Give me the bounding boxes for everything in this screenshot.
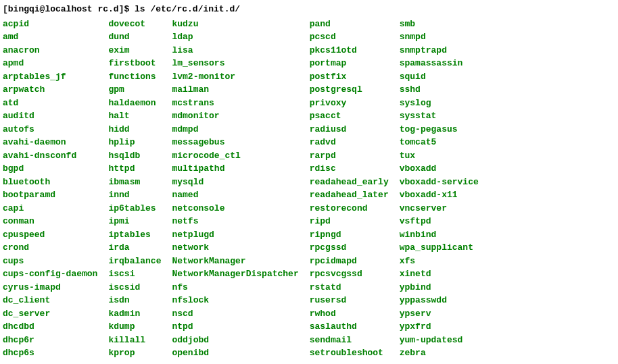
ls-entry: NetworkManager [172,255,298,268]
ls-entry: cpuspeed [3,228,97,242]
ls-entry: rdisc [310,162,389,176]
ls-entry: rpcgssd [310,241,389,255]
ls-entry: readahead_later [310,188,389,202]
ls-entry: rpcidmapd [310,255,389,268]
ls-entry: dc_server [3,307,97,321]
ls-entry: innd [108,188,161,202]
ls-entry: openibd [172,346,298,360]
ls-entry: functions [108,70,161,84]
ls-entry: dhcp6s [3,346,97,360]
ls-entry: haldaemon [108,97,161,110]
ls-column-4: pandpcscdpkcs11otdportmappostfixpostgres… [310,18,389,360]
ls-entry: auditd [3,109,97,123]
ls-entry: rusersd [310,294,389,307]
ls-entry: crond [3,241,97,255]
ls-entry: avahi-dnsconfd [3,149,97,163]
ls-entry: saslauthd [310,320,389,334]
ls-entry: vboxadd-x11 [400,188,479,202]
ls-entry: radvd [310,136,389,149]
ls-output: acpidamdanacronapmdarptables_jfarpwatcha… [3,18,615,360]
ls-entry: lm_sensors [172,57,298,70]
ls-entry: snmptrapd [400,44,479,57]
ls-entry: named [172,188,298,202]
ls-entry: squid [400,70,479,84]
ls-entry: nfslock [172,294,298,307]
ls-entry: capi [3,202,97,215]
ls-entry: readahead_early [310,176,389,189]
ls-entry: ypserv [400,307,479,321]
ls-entry: xinetd [400,267,479,281]
ls-entry: nfs [172,281,298,294]
ls-entry: mdmpd [172,123,298,136]
ls-entry: portmap [310,57,389,70]
ls-entry: kadmin [108,307,161,321]
ls-entry: iscsid [108,281,161,294]
ls-entry: smb [400,18,479,31]
ls-entry: anacron [3,44,97,57]
ls-entry: nscd [172,307,298,321]
ls-entry: wpa_supplicant [400,241,479,255]
ls-entry: rstatd [310,281,389,294]
ls-entry: hsqldb [108,149,161,163]
ls-entry: dhcp6r [3,334,97,347]
ls-entry: yum-updatesd [400,334,479,347]
ls-entry: conman [3,215,97,228]
ls-entry: netfs [172,215,298,228]
ls-entry: winbind [400,228,479,242]
ls-entry: network [172,241,298,255]
ls-entry: cups-config-daemon [3,267,97,281]
ls-entry: dc_client [3,294,97,307]
ls-entry: tog-pegasus [400,123,479,136]
ls-entry: isdn [108,294,161,307]
ls-entry: snmpd [400,30,479,44]
ls-entry: messagebus [172,136,298,149]
ls-entry: postfix [310,70,389,84]
ls-entry: mailman [172,83,298,97]
ls-entry: mdmonitor [172,109,298,123]
ls-column-2: dovecotdundeximfirstbootfunctionsgpmhald… [108,18,161,360]
ls-entry: avahi-daemon [3,136,97,149]
ls-column-3: kudzuldaplisalm_sensorslvm2-monitormailm… [172,18,298,360]
shell-command: ls /etc/rc.d/init.d/ [135,4,240,14]
ls-entry: xfs [400,255,479,268]
ls-entry: hplip [108,136,161,149]
ls-entry: hidd [108,123,161,136]
ls-entry: pcscd [310,30,389,44]
ls-entry: rarpd [310,149,389,163]
ls-entry: iptables [108,228,161,242]
ls-entry: radiusd [310,123,389,136]
ls-entry: spamassassin [400,57,479,70]
ls-entry: dund [108,30,161,44]
ls-entry: pkcs11otd [310,44,389,57]
ls-entry: yppasswdd [400,294,479,307]
ls-entry: setroubleshoot [310,346,389,360]
ls-entry: ipmi [108,215,161,228]
ls-entry: firstboot [108,57,161,70]
ls-entry: ripngd [310,228,389,242]
ls-entry: vboxadd [400,162,479,176]
shell-prompt: [bingqi@localhost rc.d]$ [3,4,135,14]
ls-entry: kprop [108,346,161,360]
ls-entry: iscsi [108,267,161,281]
ls-entry: irda [108,241,161,255]
ls-entry: netconsole [172,202,298,215]
prompt-line: [bingqi@localhost rc.d]$ ls /etc/rc.d/in… [3,3,615,16]
ls-entry: gpm [108,83,161,97]
ls-entry: arpwatch [3,83,97,97]
ls-entry: NetworkManagerDispatcher [172,267,298,281]
ls-entry: amd [3,30,97,44]
ls-entry: kudzu [172,18,298,31]
ls-entry: apmd [3,57,97,70]
ls-entry: ypbind [400,281,479,294]
ls-entry: ypxfrd [400,320,479,334]
ls-entry: privoxy [310,97,389,110]
ls-entry: rpcsvcgssd [310,267,389,281]
ls-entry: netplugd [172,228,298,242]
ls-entry: sendmail [310,334,389,347]
ls-entry: rwhod [310,307,389,321]
ls-entry: lvm2-monitor [172,70,298,84]
ls-entry: acpid [3,18,97,31]
ls-entry: zebra [400,346,479,360]
ls-entry: restorecond [310,202,389,215]
ls-entry: microcode_ctl [172,149,298,163]
